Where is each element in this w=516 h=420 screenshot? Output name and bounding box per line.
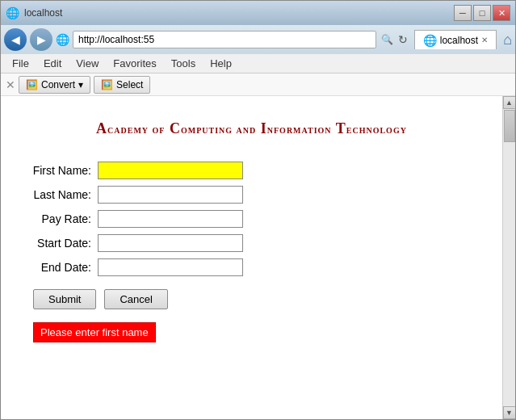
first-name-input[interactable] <box>98 162 243 179</box>
title-bar-left: 🌐 localhost <box>6 6 62 19</box>
last-name-row: Last Name: <box>25 186 486 204</box>
page-content: Academy of Computing and Information Tec… <box>1 96 502 419</box>
title-bar-controls: ─ □ ✕ <box>454 5 510 21</box>
address-icon: 🌐 <box>56 33 69 46</box>
submit-button[interactable]: Submit <box>33 289 96 309</box>
convert-icon: 🖼️ <box>26 79 38 90</box>
menu-view[interactable]: View <box>69 56 105 71</box>
scroll-thumb[interactable] <box>504 110 515 142</box>
address-input[interactable] <box>73 31 376 48</box>
back-button[interactable]: ◀ <box>4 28 27 51</box>
tab-icon: 🌐 <box>423 34 437 47</box>
select-label: Select <box>116 79 143 90</box>
browser-icon: 🌐 <box>6 6 19 19</box>
start-date-label: Start Date: <box>25 237 98 250</box>
menu-edit[interactable]: Edit <box>37 56 68 71</box>
tab-area: 🌐 localhost ✕ <box>414 30 497 49</box>
convert-label: Convert <box>41 79 75 90</box>
scroll-up-button[interactable]: ▲ <box>503 96 516 109</box>
end-date-input[interactable] <box>98 258 243 276</box>
home-button[interactable]: ⌂ <box>503 32 512 48</box>
convert-button[interactable]: 🖼️ Convert ▾ <box>19 76 90 94</box>
scrollbar: ▲ ▼ <box>502 96 515 419</box>
toolbar-close-icon[interactable]: ✕ <box>6 78 15 91</box>
error-message: Please enter first name <box>33 322 156 342</box>
cancel-button[interactable]: Cancel <box>104 289 167 309</box>
title-bar: 🌐 localhost ─ □ ✕ <box>1 1 515 25</box>
select-icon: 🖼️ <box>101 79 113 90</box>
search-icon[interactable]: 🔍 <box>381 34 393 45</box>
start-date-row: Start Date: <box>25 234 486 252</box>
form-section: First Name: Last Name: Pay Rate: Start D… <box>25 162 486 342</box>
first-name-label: First Name: <box>25 164 98 177</box>
academy-title: Academy of Computing and Information Tec… <box>96 120 407 136</box>
browser-window: 🌐 localhost ─ □ ✕ ◀ ▶ 🌐 🔍 ↻ 🌐 localhost … <box>0 0 516 420</box>
scroll-track[interactable] <box>503 109 515 406</box>
scroll-down-button[interactable]: ▼ <box>503 406 516 419</box>
menu-file[interactable]: File <box>6 56 36 71</box>
start-date-input[interactable] <box>98 234 243 252</box>
tab-label: localhost <box>440 35 478 46</box>
select-button[interactable]: 🖼️ Select <box>94 76 150 94</box>
academy-header: Academy of Computing and Information Tec… <box>17 120 486 137</box>
menu-bar: File Edit View Favorites Tools Help <box>1 54 515 74</box>
refresh-icon[interactable]: ↻ <box>398 33 408 46</box>
end-date-row: End Date: <box>25 258 486 276</box>
pay-rate-label: Pay Rate: <box>25 212 98 225</box>
first-name-row: First Name: <box>25 162 486 179</box>
last-name-label: Last Name: <box>25 188 98 201</box>
title-bar-text: localhost <box>24 7 62 19</box>
pay-rate-input[interactable] <box>98 210 243 228</box>
button-row: Submit Cancel <box>33 289 486 309</box>
menu-tools[interactable]: Tools <box>165 56 202 71</box>
menu-favorites[interactable]: Favorites <box>107 56 162 71</box>
pay-rate-row: Pay Rate: <box>25 210 486 228</box>
minimize-button[interactable]: ─ <box>454 5 472 21</box>
tab-close-icon[interactable]: ✕ <box>481 36 488 44</box>
maximize-button[interactable]: □ <box>473 5 491 21</box>
close-button[interactable]: ✕ <box>493 5 510 21</box>
content-area: Academy of Computing and Information Tec… <box>1 96 515 419</box>
convert-dropdown-icon[interactable]: ▾ <box>78 79 83 90</box>
end-date-label: End Date: <box>25 261 98 274</box>
forward-button[interactable]: ▶ <box>30 28 52 51</box>
toolbar: ✕ 🖼️ Convert ▾ 🖼️ Select <box>1 74 515 96</box>
address-bar: ◀ ▶ 🌐 🔍 ↻ 🌐 localhost ✕ ⌂ <box>1 25 515 54</box>
menu-help[interactable]: Help <box>203 56 238 71</box>
browser-tab[interactable]: 🌐 localhost ✕ <box>414 30 497 49</box>
last-name-input[interactable] <box>98 186 243 204</box>
